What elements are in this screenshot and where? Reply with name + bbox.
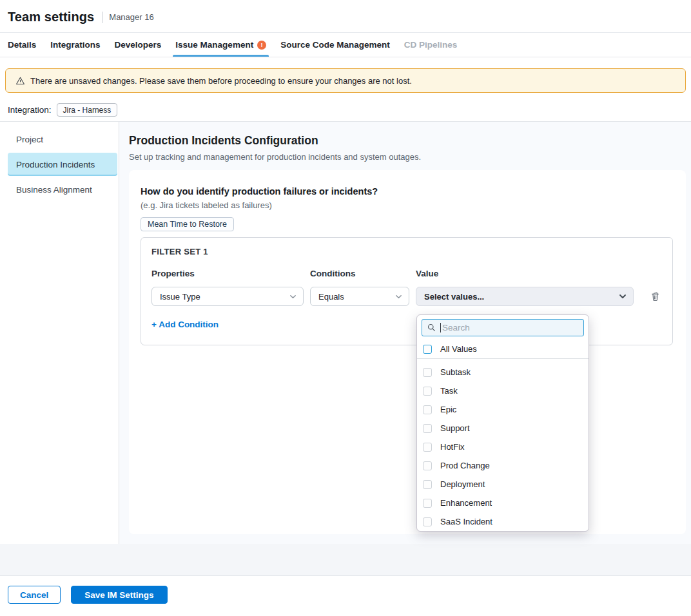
dropdown-search-box <box>422 319 584 336</box>
option-all-values-label: All Values <box>440 344 477 354</box>
integration-label: Integration: <box>8 105 52 115</box>
option-saas-incident-label: SaaS Incident <box>440 517 492 526</box>
filter-set-1: FILTER SET 1 Properties Conditions Value… <box>141 237 673 345</box>
tab-cd-pipelines-label: CD Pipelines <box>404 40 458 50</box>
tab-details[interactable]: Details <box>8 33 36 57</box>
search-icon <box>427 323 436 332</box>
option-hotfix[interactable]: HotFix <box>417 438 589 456</box>
section-title: Production Incidents Configuration <box>129 134 686 148</box>
option-task-label: Task <box>440 386 458 396</box>
option-prod-change-label: Prod Change <box>440 461 490 470</box>
chevron-down-icon <box>395 293 402 300</box>
option-support[interactable]: Support <box>417 419 589 438</box>
team-settings-page: Team settings Manager 16 Details Integra… <box>0 0 691 616</box>
condition-select[interactable]: Equals <box>310 287 409 306</box>
chevron-down-icon <box>289 293 297 300</box>
unsaved-changes-banner: There are unsaved changes. Please save t… <box>5 68 686 93</box>
tab-cd-pipelines: CD Pipelines <box>404 33 458 57</box>
title-divider <box>102 12 102 23</box>
option-prod-change[interactable]: Prod Change <box>417 456 589 475</box>
warning-text: There are unsaved changes. Please save t… <box>30 76 412 86</box>
properties-column-label: Properties <box>151 269 304 278</box>
filter-grid: Properties Conditions Value Issue Type E… <box>151 269 662 306</box>
sidebar-item-project[interactable]: Project <box>0 128 119 151</box>
value-column-label: Value <box>416 269 634 278</box>
add-condition-button[interactable]: + Add Condition <box>151 320 219 329</box>
bottom-strip <box>0 544 691 575</box>
conditions-column-label: Conditions <box>310 269 409 278</box>
unsaved-changes-badge-icon: ! <box>257 41 266 50</box>
option-enhancement-label: Enhancement <box>440 498 492 508</box>
checkbox-epic[interactable] <box>423 405 432 414</box>
value-multiselect[interactable]: Select values... <box>416 287 634 306</box>
checkbox-deployment[interactable] <box>423 480 432 489</box>
checkbox-subtask[interactable] <box>423 368 432 377</box>
warning-icon <box>15 76 25 86</box>
option-epic-label: Epic <box>440 405 456 414</box>
footer-action-bar: Cancel Save IM Settings <box>0 575 691 613</box>
chevron-down-icon <box>619 293 627 300</box>
sidebar-item-production-incidents-label: Production Incidents <box>16 160 95 169</box>
option-support-label: Support <box>440 423 470 433</box>
tab-source-code-management[interactable]: Source Code Management <box>280 33 390 57</box>
sidebar-item-project-label: Project <box>16 135 43 144</box>
condition-select-value: Equals <box>318 292 344 302</box>
checkbox-saas-incident[interactable] <box>423 517 432 526</box>
property-select-value: Issue Type <box>160 292 200 302</box>
page-title: Team settings <box>8 10 94 24</box>
configuration-card: How do you identify production failures … <box>129 170 686 534</box>
tab-integrations[interactable]: Integrations <box>50 33 100 57</box>
property-select[interactable]: Issue Type <box>151 287 304 306</box>
checkbox-all-values[interactable] <box>423 345 432 354</box>
sidebar-item-business-alignment[interactable]: Business Alignment <box>0 178 119 201</box>
checkbox-hotfix[interactable] <box>423 443 432 452</box>
checkbox-support[interactable] <box>423 424 432 433</box>
section-subtitle: Set up tracking and management for produ… <box>129 152 686 162</box>
tab-details-label: Details <box>8 40 36 50</box>
tab-developers[interactable]: Developers <box>115 33 162 57</box>
integration-chip: Jira - Harness <box>57 103 118 117</box>
checkbox-task[interactable] <box>423 387 432 396</box>
tab-bar: Details Integrations Developers Issue Ma… <box>0 33 691 57</box>
metric-chip[interactable]: Mean Time to Restore <box>141 217 234 231</box>
option-saas-incident[interactable]: SaaS Incident <box>417 512 589 531</box>
question-hint: (e.g. Jira tickets labeled as failures) <box>141 200 673 210</box>
cancel-button[interactable]: Cancel <box>8 586 61 604</box>
option-epic[interactable]: Epic <box>417 400 589 419</box>
option-customer-notification[interactable]: Customer Notification <box>417 531 589 532</box>
dropdown-divider <box>417 358 589 359</box>
filter-set-title: FILTER SET 1 <box>151 247 662 256</box>
option-subtask[interactable]: Subtask <box>417 363 589 381</box>
page-subtitle: Manager 16 <box>109 12 153 22</box>
option-deployment[interactable]: Deployment <box>417 475 589 494</box>
save-im-settings-button[interactable]: Save IM Settings <box>71 586 167 604</box>
main-panel: Production Incidents Configuration Set u… <box>119 122 691 544</box>
option-hotfix-label: HotFix <box>440 442 465 452</box>
option-subtask-label: Subtask <box>440 367 471 377</box>
page-header: Team settings Manager 16 <box>0 0 691 33</box>
tab-issue-management-label: Issue Management <box>175 40 253 50</box>
dropdown-search-input[interactable] <box>441 320 583 336</box>
value-dropdown-panel: All Values Subtask Task Epic Support Hot… <box>416 314 589 532</box>
option-task[interactable]: Task <box>417 381 589 400</box>
checkbox-prod-change[interactable] <box>423 461 432 470</box>
sidebar-item-production-incidents[interactable]: Production Incidents <box>8 153 117 176</box>
tab-developers-label: Developers <box>115 40 162 50</box>
sidebar-item-business-alignment-label: Business Alignment <box>16 185 92 195</box>
tab-source-code-management-label: Source Code Management <box>280 40 390 50</box>
checkbox-enhancement[interactable] <box>423 499 432 508</box>
integration-row: Integration: Jira - Harness <box>8 103 683 117</box>
question-heading: How do you identify production failures … <box>141 186 673 197</box>
delete-filter-button[interactable] <box>646 287 664 305</box>
value-multiselect-placeholder: Select values... <box>424 292 484 302</box>
settings-sidebar: Project Production Incidents Business Al… <box>0 122 119 544</box>
trash-icon <box>650 291 660 302</box>
option-all-values[interactable]: All Values <box>417 340 589 358</box>
option-enhancement[interactable]: Enhancement <box>417 494 589 512</box>
option-deployment-label: Deployment <box>440 479 485 489</box>
tab-issue-management[interactable]: Issue Management ! <box>175 33 266 57</box>
tab-integrations-label: Integrations <box>50 40 100 50</box>
